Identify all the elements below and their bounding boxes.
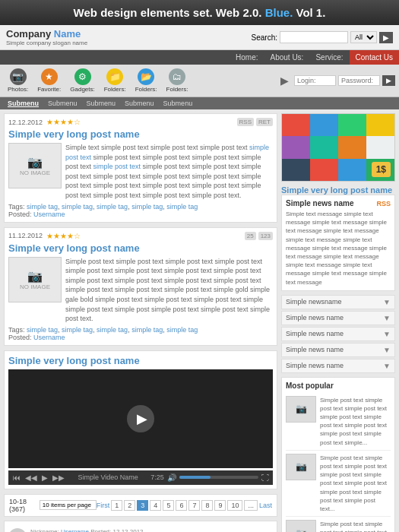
company-slogan: Simple company slogan name xyxy=(6,40,97,46)
main-layout: 12.12.2012 ★★★★☆ RSS RET Simple very lon… xyxy=(0,109,399,532)
page-10[interactable]: 10 xyxy=(227,500,242,511)
play-pause-button[interactable]: ▶ xyxy=(41,473,49,483)
most-popular-section: Most popular 📷 Simple post text simple p… xyxy=(281,377,395,532)
news-item-2[interactable]: Simple news name ▼ xyxy=(281,311,395,325)
icon-folders1[interactable]: 📁 Folders: xyxy=(100,67,130,94)
post1-text: Simple text simple post text simple post… xyxy=(65,143,273,201)
nav-arrow-icon[interactable]: ▶ xyxy=(280,74,289,87)
first-page-button[interactable]: First xyxy=(97,502,110,509)
page-numbers: First 1 2 3 4 5 6 7 8 9 10 ... Last xyxy=(97,500,272,511)
news-item-1[interactable]: Simple newsname ▼ xyxy=(281,295,395,309)
post1-title[interactable]: Simple very long post name xyxy=(8,128,273,140)
submenu-item-1[interactable]: Submenu xyxy=(4,99,43,108)
post2-text: Simple post text simple post text simple… xyxy=(65,257,273,324)
page-6[interactable]: 6 xyxy=(176,500,187,511)
prev-button[interactable]: ◀◀ xyxy=(24,473,38,483)
page-8[interactable]: 8 xyxy=(201,500,213,511)
video-progress-bar[interactable] xyxy=(179,476,258,479)
news-item-4[interactable]: Simple news name ▼ xyxy=(281,343,395,357)
next-button[interactable]: ▶▶ xyxy=(52,473,65,483)
post2-tag1[interactable]: simple tag xyxy=(27,326,58,334)
rewind-button[interactable]: ⏮ xyxy=(12,473,21,483)
post2-tag4[interactable]: simple tag xyxy=(131,326,163,334)
search-label: Search: xyxy=(252,33,277,42)
icon-photos[interactable]: 📷 Photos: xyxy=(4,67,32,94)
post2-image: 📷 NO IMAGE xyxy=(8,257,62,302)
fullscreen-icon[interactable]: ⛶ xyxy=(261,473,269,482)
nav-contact[interactable]: Contact Us xyxy=(350,50,399,65)
page-count-label: 10-18 (367) xyxy=(9,498,36,513)
gadgets-label: Gadgets: xyxy=(70,86,94,93)
post1-stars: ★★★★☆ xyxy=(46,118,81,126)
page-2[interactable]: 2 xyxy=(124,500,135,511)
folders1-label: Folders: xyxy=(104,86,126,93)
tag1[interactable]: simple tag xyxy=(27,203,58,211)
post2-counter1: 25 xyxy=(245,232,256,240)
submenu-item-5[interactable]: Submenu xyxy=(160,99,197,108)
password-input[interactable] xyxy=(338,75,380,86)
post2-title[interactable]: Simple very long post name xyxy=(8,242,273,254)
video-post: Simple very long post name ▶ ⏮ ◀◀ ▶ ▶▶ S… xyxy=(4,350,277,489)
post2-author[interactable]: Username xyxy=(33,334,65,341)
post-item-1: 12.12.2012 ★★★★☆ RSS RET Simple very lon… xyxy=(4,113,277,223)
post1-image: 📷 NO IMAGE xyxy=(8,143,62,188)
video-name-label: Simple Video Name xyxy=(68,473,147,481)
folder3-icon: 🗂 xyxy=(169,68,185,85)
post2-meta: 11.12.2012 ★★★★☆ 25 123 xyxy=(8,232,273,240)
tag4[interactable]: simple tag xyxy=(131,203,163,211)
company-name: Company Name xyxy=(6,28,97,40)
post1-author[interactable]: Username xyxy=(33,211,65,218)
nav-home[interactable]: Home: xyxy=(230,50,264,65)
news-item-5[interactable]: Simple news name ▼ xyxy=(281,359,395,373)
news-item-5-label: Simple news name xyxy=(286,362,344,369)
icon-gadgets[interactable]: ⚙ Gadgets: xyxy=(66,67,98,94)
tag3[interactable]: simple tag xyxy=(97,203,128,211)
post2-tag5[interactable]: simple tag xyxy=(166,326,198,334)
submenu-item-3[interactable]: Submenu xyxy=(83,99,120,108)
sidebar-post-title[interactable]: Simple very long post name xyxy=(281,185,392,195)
video-post-title[interactable]: Simple very long post name xyxy=(8,355,273,366)
login-input[interactable] xyxy=(294,75,336,86)
news-item-3[interactable]: Simple news name ▼ xyxy=(281,327,395,341)
per-page-input[interactable] xyxy=(40,500,97,510)
sidebar-color-image: 1$ xyxy=(281,113,395,182)
submenu-item-4[interactable]: Submenu xyxy=(121,99,158,108)
post1-counters: RSS RET xyxy=(237,118,273,126)
post2-tags: Tags: simple tag, simple tag, simple tag… xyxy=(8,326,273,334)
folder2-icon: 📂 xyxy=(138,68,154,85)
popular-cam-icon-2: 📷 xyxy=(296,461,307,472)
icon-folders2[interactable]: 📂 Folders: xyxy=(131,67,161,94)
nav-about[interactable]: About Us: xyxy=(264,50,309,65)
popular-thumb-3: 📷 xyxy=(286,520,316,532)
news-item-3-arrow: ▼ xyxy=(383,330,391,338)
search-input[interactable] xyxy=(280,31,348,43)
news-item-5-arrow: ▼ xyxy=(383,362,391,370)
icon-favorites[interactable]: ★ Favorite: xyxy=(33,67,65,94)
comment1-username[interactable]: Username xyxy=(61,528,89,532)
page-4[interactable]: 4 xyxy=(150,500,161,511)
gadgets-icon: ⚙ xyxy=(74,68,91,85)
login-button[interactable]: ▶ xyxy=(382,75,395,86)
nav-service[interactable]: Service: xyxy=(309,50,349,65)
page-3[interactable]: 3 xyxy=(137,500,148,511)
news-item-1-arrow: ▼ xyxy=(383,298,391,306)
icon-folders3[interactable]: 🗂 Folders: xyxy=(163,67,192,94)
submenu-item-2[interactable]: Submenu xyxy=(44,99,81,108)
search-filter-select[interactable]: All xyxy=(350,31,377,43)
search-button[interactable]: ▶ xyxy=(379,32,393,43)
tag5[interactable]: simple tag xyxy=(166,203,198,211)
last-page-button[interactable]: Last xyxy=(259,502,272,509)
post2-tag3[interactable]: simple tag xyxy=(97,326,128,334)
page-5[interactable]: 5 xyxy=(163,500,174,511)
comment1-meta: Nickname: Username Posted: 12.12.2012 xyxy=(30,528,273,532)
company-branding: Company Name Simple company slogan name xyxy=(6,28,97,46)
post2-date: 11.12.2012 xyxy=(8,232,43,239)
post2-tag2[interactable]: simple tag xyxy=(62,326,93,334)
tag2[interactable]: simple tag xyxy=(62,203,93,211)
page-1[interactable]: 1 xyxy=(111,500,122,511)
page-9[interactable]: 9 xyxy=(214,500,226,511)
page-7[interactable]: 7 xyxy=(188,500,200,511)
news-item-1-label: Simple newsname xyxy=(286,298,342,306)
news-item-2-label: Simple news name xyxy=(286,314,344,321)
play-button[interactable]: ▶ xyxy=(127,405,154,432)
